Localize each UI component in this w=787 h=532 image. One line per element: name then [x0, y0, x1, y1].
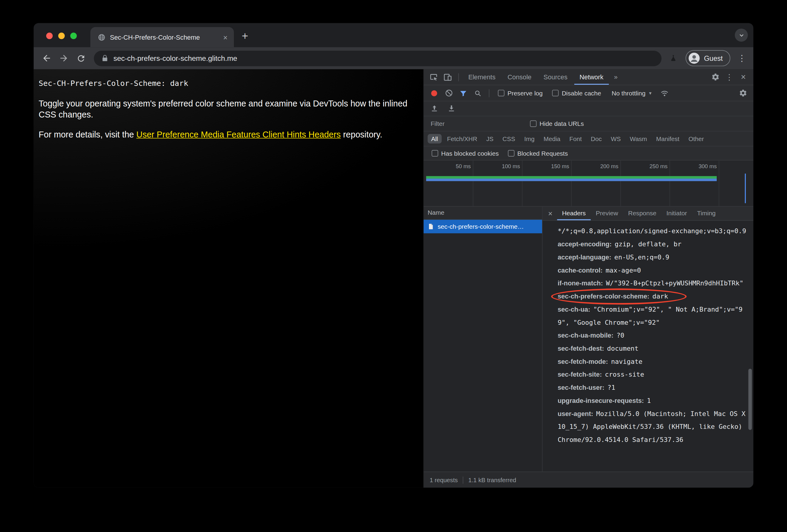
preserve-log-checkbox[interactable]: Preserve log	[498, 89, 543, 96]
request-details-panel: × Headers Preview Response Initiator Tim…	[543, 207, 753, 471]
tab-preview[interactable]: Preview	[591, 207, 623, 220]
header-value: ?0	[616, 332, 624, 339]
preserve-log-label: Preserve log	[508, 89, 543, 96]
filter-pill-manifest[interactable]: Manifest	[653, 134, 683, 143]
filter-pill-other[interactable]: Other	[685, 134, 707, 143]
tab-timing[interactable]: Timing	[692, 207, 721, 220]
browser-menu-icon[interactable]: ⋮	[736, 51, 748, 65]
has-blocked-cookies-checkbox[interactable]: Has blocked cookies	[432, 150, 499, 157]
reload-button[interactable]	[73, 50, 89, 66]
flask-extension-icon[interactable]	[666, 51, 680, 65]
filter-pill-doc[interactable]: Doc	[588, 134, 605, 143]
tab-elements[interactable]: Elements	[463, 69, 501, 85]
disable-cache-checkbox[interactable]: Disable cache	[552, 89, 601, 96]
client-hints-repo-link[interactable]: User Preference Media Features Client Hi…	[136, 130, 341, 139]
filter-pill-font[interactable]: Font	[566, 134, 585, 143]
tab-close-icon[interactable]: ×	[221, 32, 230, 41]
devtools-settings-button[interactable]	[709, 70, 722, 84]
filter-pill-img[interactable]: Img	[520, 134, 538, 143]
details-paragraph: For more details, visit the User Prefere…	[39, 129, 419, 140]
export-har-button[interactable]	[445, 102, 458, 115]
back-button[interactable]	[39, 50, 55, 66]
devtools-menu-icon[interactable]: ⋮	[723, 70, 736, 84]
import-har-button[interactable]	[427, 102, 441, 115]
timeline-gridline	[719, 160, 719, 206]
address-bar[interactable]: sec-ch-prefers-color-scheme.glitch.me	[94, 50, 661, 66]
disable-cache-label: Disable cache	[562, 89, 601, 96]
header-name: sec-ch-ua:	[558, 306, 590, 313]
filter-pill-all[interactable]: All	[427, 134, 442, 143]
header-value: 1	[647, 397, 651, 404]
requests-name-column-header[interactable]: Name	[424, 207, 542, 220]
request-header-row: */*;q=0.8,application/signed-exchange;v=…	[558, 225, 746, 238]
divider	[489, 89, 490, 97]
new-tab-button[interactable]: +	[238, 29, 252, 43]
hide-data-urls-checkbox[interactable]: Hide data URLs	[530, 120, 584, 127]
throttling-select[interactable]: No throttling▾	[612, 89, 652, 96]
checkbox-icon	[552, 90, 559, 96]
header-name: user-agent:	[558, 410, 593, 418]
lock-icon	[102, 54, 109, 62]
tab-response[interactable]: Response	[623, 207, 661, 220]
divider	[463, 476, 463, 483]
forward-arrow-icon	[59, 53, 69, 63]
filter-input[interactable]	[427, 119, 526, 128]
timeline-label: 50 ms	[439, 163, 471, 169]
tab-sources[interactable]: Sources	[538, 69, 573, 85]
filter-pill-js[interactable]: JS	[483, 134, 497, 143]
network-conditions-button[interactable]	[658, 87, 671, 99]
profile-button[interactable]: Guest	[685, 50, 730, 66]
network-settings-button[interactable]	[736, 87, 749, 99]
request-header-row: sec-fetch-site:cross-site	[558, 368, 746, 381]
devtools-panel: Elements Console Sources Network » ⋮ ×	[423, 69, 753, 488]
overview-activity-bar	[426, 176, 717, 181]
tab-headers[interactable]: Headers	[557, 207, 591, 220]
minimize-window-button[interactable]	[58, 32, 65, 39]
network-search-button[interactable]	[471, 87, 485, 99]
tab-search-button[interactable]	[735, 29, 748, 42]
close-window-button[interactable]	[46, 32, 53, 39]
filter-pill-fetch-xhr[interactable]: Fetch/XHR	[444, 134, 481, 143]
filter-pill-ws[interactable]: WS	[608, 134, 624, 143]
forward-button[interactable]	[56, 50, 72, 66]
filter-pill-wasm[interactable]: Wasm	[626, 134, 651, 143]
browser-tab[interactable]: Sec-CH-Prefers-Color-Scheme ×	[90, 27, 234, 47]
devtools-main-toolbar: Elements Console Sources Network » ⋮ ×	[424, 69, 753, 85]
inspect-element-button[interactable]	[427, 70, 440, 84]
header-name: if-none-match:	[558, 280, 603, 287]
filter-pill-css[interactable]: CSS	[499, 134, 519, 143]
more-panels-icon[interactable]: »	[610, 73, 622, 81]
filter-pill-media[interactable]: Media	[540, 134, 564, 143]
tab-console[interactable]: Console	[502, 69, 537, 85]
avatar	[688, 52, 700, 64]
profile-label: Guest	[704, 54, 723, 62]
har-toolbar	[424, 102, 753, 116]
domcontentloaded-marker	[745, 174, 746, 203]
blocked-requests-label: Blocked Requests	[517, 150, 568, 157]
document-icon	[427, 223, 434, 230]
clear-network-log-button[interactable]	[442, 87, 455, 99]
timeline-label: 250 ms	[635, 163, 668, 169]
wifi-icon	[660, 89, 669, 97]
request-header-row: cache-control:max-age=0	[558, 264, 746, 277]
record-network-log-button[interactable]	[427, 87, 441, 99]
header-name: cache-control:	[558, 266, 603, 274]
network-toolbar: Preserve log Disable cache No throttling…	[424, 85, 753, 102]
close-details-icon[interactable]: ×	[544, 209, 557, 218]
filter-toggle-button[interactable]	[457, 87, 470, 99]
request-header-row: upgrade-insecure-requests:1	[558, 394, 746, 407]
timeline-label: 100 ms	[488, 163, 520, 169]
scrollbar-thumb[interactable]	[748, 369, 752, 430]
devtools-close-icon[interactable]: ×	[737, 70, 750, 84]
tab-network[interactable]: Network	[574, 69, 609, 85]
fullscreen-window-button[interactable]	[70, 32, 77, 39]
blocked-requests-checkbox[interactable]: Blocked Requests	[508, 150, 568, 157]
tab-initiator[interactable]: Initiator	[661, 207, 692, 220]
has-blocked-cookies-label: Has blocked cookies	[441, 150, 499, 157]
device-toolbar-button[interactable]	[441, 70, 454, 84]
network-overview-timeline[interactable]: 50 ms 100 ms 150 ms 200 ms 250 ms 300 ms	[424, 160, 753, 207]
dropdown-arrow-icon: ▾	[649, 90, 652, 96]
timeline-label: 150 ms	[537, 163, 569, 169]
requests-table: Name sec-ch-prefers-color-scheme…	[424, 207, 543, 471]
request-row[interactable]: sec-ch-prefers-color-scheme…	[424, 220, 542, 233]
